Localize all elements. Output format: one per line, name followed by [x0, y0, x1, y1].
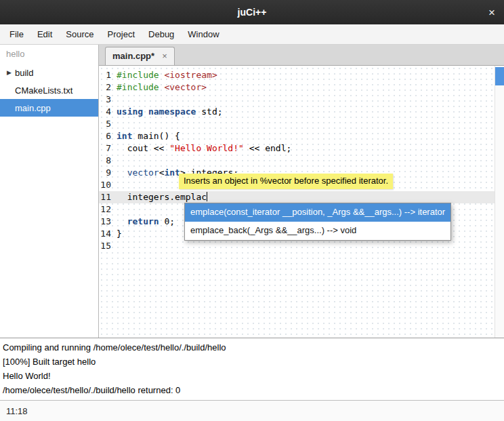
completion-item[interactable]: emplace_back(_Args &&__args...) --> void	[185, 222, 450, 240]
code-line[interactable]: 15	[99, 240, 495, 252]
tree-item-label: build	[15, 68, 33, 78]
menu-debug[interactable]: Debug	[142, 24, 181, 44]
code-text: using namespace std;	[117, 106, 223, 118]
close-icon[interactable]: ×	[488, 7, 495, 18]
code-text: int main() {	[117, 130, 180, 142]
code-token: 0;	[159, 216, 175, 226]
editor-row: 1#include <iostream>2#include <vector>34…	[99, 66, 504, 338]
code-line[interactable]: 8	[99, 155, 495, 167]
sidebar-item-build[interactable]: ▶build	[0, 64, 98, 81]
line-number: 13	[99, 216, 117, 228]
line-number: 12	[99, 203, 117, 216]
file-tree: ▶buildCMakeLists.txtmain.cpp	[0, 64, 98, 117]
code-token: int	[164, 167, 180, 178]
code-line[interactable]: 11 integers.emplac	[99, 191, 495, 203]
code-line[interactable]: 3	[99, 94, 495, 106]
line-number: 5	[99, 118, 117, 130]
line-number: 15	[99, 240, 117, 252]
line-number: 11	[99, 191, 117, 203]
line-number: 7	[99, 142, 117, 155]
output-line: Hello World!	[3, 369, 501, 383]
line-number: 1	[99, 69, 117, 81]
code-token: cout <<	[117, 143, 169, 153]
output-line: Compiling and running /home/olece/test/h…	[3, 340, 501, 355]
file-tree-sidebar: hello ▶buildCMakeLists.txtmain.cpp	[0, 45, 99, 338]
code-token: <iostream>	[164, 70, 217, 80]
app-window: juCi++ × FileEditSourceProjectDebugWindo…	[0, 0, 504, 421]
build-output-panel: Compiling and running /home/olece/test/h…	[0, 338, 504, 400]
code-text: }	[117, 228, 122, 240]
output-line: [100%] Built target hello	[3, 355, 501, 369]
project-root-label: hello	[0, 45, 98, 64]
code-token: << endl;	[244, 143, 291, 153]
line-number: 4	[99, 106, 117, 118]
tabbar: main.cpp* ×	[99, 45, 504, 66]
code-token: int	[117, 131, 132, 141]
expander-icon[interactable]: ▶	[3, 69, 15, 76]
output-line: /home/olece/test/hello/./build/hello ret…	[3, 383, 501, 397]
completion-popup: emplace(const_iterator __position, _Args…	[184, 203, 451, 241]
code-line[interactable]: 1#include <iostream>	[99, 69, 495, 81]
statusbar: 11:18	[0, 400, 504, 421]
menubar: FileEditSourceProjectDebugWindow	[0, 24, 504, 45]
tab-main-cpp[interactable]: main.cpp* ×	[105, 47, 175, 65]
code-token: integers.emplac	[117, 192, 207, 202]
code-text: cout << "Hello World!" << endl;	[117, 142, 291, 155]
code-token: #include	[117, 82, 159, 92]
code-line[interactable]: 4using namespace std;	[99, 106, 495, 118]
code-token: using namespace	[117, 106, 196, 117]
menu-window[interactable]: Window	[181, 24, 226, 44]
code-token: return	[127, 216, 159, 226]
code-token: main() {	[132, 131, 180, 141]
main-area: hello ▶buildCMakeLists.txtmain.cpp main.…	[0, 45, 504, 338]
code-editor[interactable]: 1#include <iostream>2#include <vector>34…	[99, 66, 495, 338]
code-token: "Hello World!"	[169, 143, 244, 153]
editor-column: main.cpp* × 1#include <iostream>2#includ…	[99, 45, 504, 338]
code-text: return 0;	[117, 216, 175, 228]
line-number: 9	[99, 167, 117, 179]
code-text: #include <vector>	[117, 81, 207, 94]
code-token: }	[117, 228, 122, 239]
code-token: vector	[127, 167, 159, 178]
line-number: 6	[99, 130, 117, 142]
line-number: 14	[99, 228, 117, 240]
cursor-position: 11:18	[6, 406, 28, 416]
editor-scrollbar[interactable]	[495, 66, 504, 338]
code-token: <vector>	[164, 82, 207, 92]
code-text: integers.emplac	[117, 191, 207, 203]
sidebar-item-cmakelists-txt[interactable]: CMakeLists.txt	[0, 81, 98, 99]
code-line[interactable]: 5	[99, 118, 495, 130]
code-line[interactable]: 6int main() {	[99, 130, 495, 142]
tab-close-icon[interactable]: ×	[162, 52, 167, 60]
text-cursor	[207, 192, 207, 201]
titlebar[interactable]: juCi++ ×	[0, 0, 504, 24]
code-line[interactable]: 7 cout << "Hello World!" << endl;	[99, 142, 495, 155]
code-token: #include	[117, 70, 159, 80]
menu-source[interactable]: Source	[59, 24, 100, 44]
window-title: juCi++	[238, 7, 267, 18]
line-number: 3	[99, 94, 117, 106]
tree-item-label: CMakeLists.txt	[15, 85, 72, 96]
code-line[interactable]: 2#include <vector>	[99, 81, 495, 94]
menu-edit[interactable]: Edit	[30, 24, 59, 44]
sidebar-item-main-cpp[interactable]: main.cpp	[0, 99, 98, 117]
line-number: 2	[99, 81, 117, 94]
tree-item-label: main.cpp	[15, 103, 51, 113]
tab-label: main.cpp*	[112, 51, 154, 61]
doc-tooltip: Inserts an object in %vector before spec…	[179, 174, 393, 189]
code-token: std;	[196, 106, 222, 117]
completion-item[interactable]: emplace(const_iterator __position, _Args…	[185, 203, 450, 222]
menu-file[interactable]: File	[3, 24, 30, 44]
line-number: 8	[99, 155, 117, 167]
code-token	[117, 216, 127, 226]
line-number: 10	[99, 179, 117, 191]
code-text: #include <iostream>	[117, 69, 217, 81]
scrollbar-thumb[interactable]	[495, 67, 504, 85]
menu-project[interactable]: Project	[101, 24, 142, 44]
code-token	[117, 167, 127, 178]
